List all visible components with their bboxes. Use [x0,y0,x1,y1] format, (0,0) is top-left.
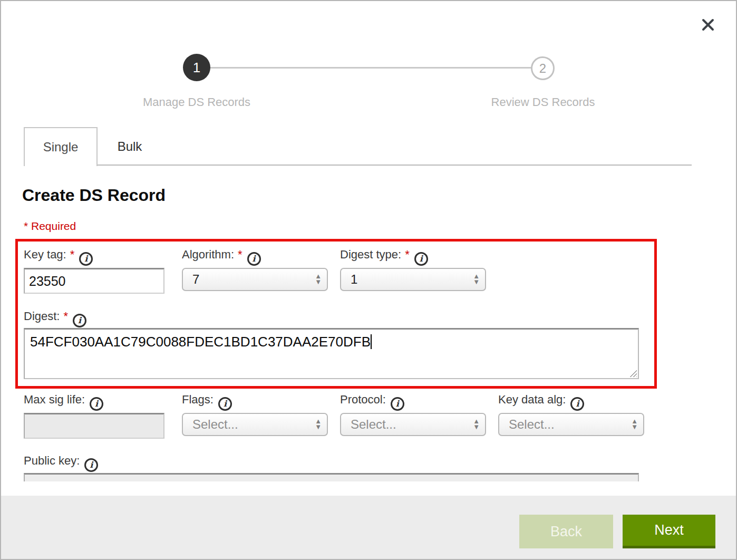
protocol-select-value: Select... [351,417,485,432]
public-key-label: Public key:i [24,454,98,472]
required-star: * [70,248,75,261]
info-icon[interactable]: i [391,397,404,411]
text-cursor [371,334,372,349]
key-data-alg-label: Key data alg:i [498,393,584,411]
digest-type-select[interactable]: 1 ▲▼ [340,268,486,291]
step-connector-line [202,67,539,69]
flags-label: Flags:i [182,393,232,411]
key-data-alg-select[interactable]: Select... ▲▼ [498,413,644,436]
tab-single[interactable]: Single [24,127,98,166]
required-star: * [63,310,68,323]
algorithm-select[interactable]: 7 ▲▼ [182,268,328,291]
max-sig-life-label: Max sig life:i [24,393,103,411]
digest-label: Digest:*i [24,310,86,327]
select-stepper-icon: ▲▼ [315,274,322,285]
flags-select[interactable]: Select... ▲▼ [182,413,328,436]
next-button[interactable]: Next [623,515,715,548]
step-1-label: Manage DS Records [102,95,292,109]
flags-select-value: Select... [192,417,327,432]
required-star: * [405,248,410,261]
required-star: * [238,248,243,261]
info-icon[interactable]: i [84,458,98,472]
step-1-number: 1 [193,60,200,76]
algorithm-select-value: 7 [192,272,327,287]
create-ds-record-dialog: 1 2 Manage DS Records Review DS Records … [0,0,737,560]
algorithm-label: Algorithm:*i [182,248,261,266]
info-icon[interactable]: i [414,252,428,266]
protocol-select[interactable]: Select... ▲▼ [340,413,486,436]
digest-type-label: Digest type:*i [340,248,428,266]
select-stepper-icon: ▲▼ [473,419,480,430]
info-icon[interactable]: i [79,252,93,266]
tab-bulk[interactable]: Bulk [98,128,162,165]
info-icon[interactable]: i [218,397,232,411]
digest-type-select-value: 1 [351,272,485,287]
key-tag-input[interactable] [24,268,164,294]
key-tag-label: Key tag:*i [24,248,93,266]
info-icon[interactable]: i [90,397,103,411]
step-1-circle: 1 [183,54,210,81]
select-stepper-icon: ▲▼ [631,419,638,430]
key-data-alg-select-value: Select... [509,417,643,432]
step-2-label: Review DS Records [448,95,638,109]
step-2-number: 2 [539,61,546,76]
page-title: Create DS Record [22,186,166,205]
public-key-textarea[interactable] [24,473,639,481]
back-button[interactable]: Back [519,515,613,548]
tab-bulk-label: Bulk [118,139,142,154]
select-stepper-icon: ▲▼ [473,274,480,285]
info-icon[interactable]: i [247,252,261,266]
digest-textarea[interactable]: 54FCF030AA1C79C0088FDEC1BD1C37DAA2E70DFB [24,328,639,379]
resize-handle-icon[interactable] [629,370,637,377]
max-sig-life-input[interactable] [24,413,164,439]
select-stepper-icon: ▲▼ [315,419,322,430]
digest-value: 54FCF030AA1C79C0088FDEC1BD1C37DAA2E70DFB [30,334,371,350]
required-note: * Required [24,220,76,233]
info-icon[interactable]: i [570,397,584,411]
close-icon[interactable] [700,17,716,33]
protocol-label: Protocol:i [340,393,404,411]
tab-single-label: Single [43,140,79,155]
step-2-circle: 2 [531,56,555,80]
info-icon[interactable]: i [73,314,86,327]
